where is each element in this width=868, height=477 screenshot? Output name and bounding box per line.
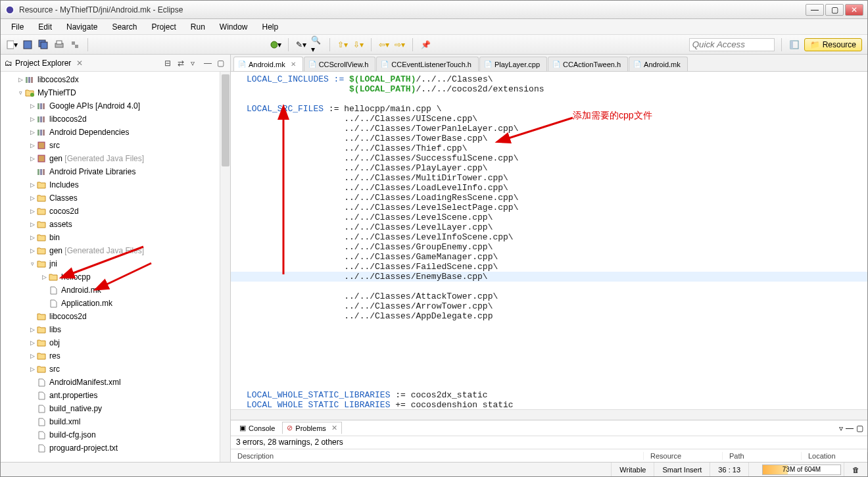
tree-row[interactable]: build.xml	[1, 415, 230, 428]
menu-edit[interactable]: Edit	[32, 20, 59, 34]
bottom-maximize-icon[interactable]: ▢	[856, 424, 863, 433]
expand-icon[interactable]: ▷	[40, 274, 48, 280]
expand-icon[interactable]: ▷	[28, 234, 36, 241]
bottom-view-menu-icon[interactable]: ▿	[839, 424, 843, 433]
editor-horizontal-scrollbar[interactable]	[231, 409, 867, 420]
expand-icon[interactable]: ▷	[28, 208, 36, 214]
resource-perspective-button[interactable]: 📁 Resource	[804, 38, 862, 51]
tree-row[interactable]: ▿jni	[1, 257, 230, 270]
tree-row[interactable]: ▷obj	[1, 336, 230, 349]
new-icon[interactable]: ▾	[6, 39, 18, 51]
editor-tab[interactable]: 📄PlayLayer.cpp	[479, 57, 547, 71]
menu-window[interactable]: Window	[213, 20, 254, 34]
perspective-icon[interactable]	[788, 39, 800, 51]
tree-row[interactable]: ▷bin	[1, 231, 230, 244]
debug-dropdown-icon[interactable]: ▾	[270, 39, 281, 51]
project-tree[interactable]: ▷libcocos2dx▿MyThiefTD▷Google APIs [Andr…	[1, 72, 230, 462]
back-icon[interactable]: ⇦▾	[378, 39, 390, 51]
tree-row[interactable]: build-cfg.json	[1, 428, 230, 441]
expand-icon[interactable]: ▷	[28, 116, 36, 122]
prev-annotation-icon[interactable]: ⇧▾	[337, 39, 349, 51]
tree-row[interactable]: ▷libcocos2dx	[1, 73, 230, 86]
tree-row[interactable]: proguard-project.txt	[1, 441, 230, 455]
expand-icon[interactable]: ▷	[28, 195, 36, 201]
quick-access-input[interactable]	[689, 38, 775, 51]
minimize-button[interactable]: —	[806, 4, 824, 16]
tree-row[interactable]: AndroidManifest.xml	[1, 376, 230, 389]
build-icon[interactable]	[69, 39, 81, 51]
tree-row[interactable]: ▷Android Dependencies	[1, 126, 230, 139]
tree-row[interactable]: ▷src	[1, 363, 230, 376]
menu-search[interactable]: Search	[105, 20, 143, 34]
tree-row[interactable]: ▷src	[1, 139, 230, 152]
expand-icon[interactable]: ▷	[16, 76, 24, 83]
tree-row[interactable]: Android.mk	[1, 284, 230, 297]
editor-tab[interactable]: 📄CCActionTween.h	[548, 57, 628, 71]
editor-tab[interactable]: 📄Android.mk✕	[233, 57, 303, 71]
col-location[interactable]: Location	[802, 452, 867, 460]
tree-row[interactable]: ▷res	[1, 349, 230, 363]
expand-icon[interactable]: ▷	[28, 326, 36, 333]
save-all-icon[interactable]	[37, 39, 49, 51]
link-editor-icon[interactable]: ⇄	[178, 59, 187, 68]
menu-run[interactable]: Run	[184, 20, 212, 34]
tab-close-icon[interactable]: ✕	[291, 61, 296, 68]
tree-row[interactable]: ▷Classes	[1, 191, 230, 205]
next-annotation-icon[interactable]: ⇩▾	[352, 39, 364, 51]
collapse-all-icon[interactable]: ⊟	[164, 59, 174, 68]
tree-row[interactable]: ▷libcocos2d	[1, 113, 230, 126]
wand-icon[interactable]: ✎▾	[295, 39, 307, 51]
code-editor[interactable]: LOCAL_C_INCLUDES := $(LOCAL_PATH)/../../…	[231, 72, 867, 409]
problems-tab-close-icon[interactable]: ✕	[331, 424, 337, 432]
editor-tab[interactable]: 📄Android.mk	[629, 57, 688, 71]
tree-row[interactable]: ▷libs	[1, 323, 230, 336]
search-icon[interactable]: 🔍▾	[311, 39, 323, 51]
tree-row[interactable]: ▷hellocpp	[1, 270, 230, 284]
expand-icon[interactable]: ▷	[28, 339, 36, 346]
memory-bar[interactable]: 73M of 604M	[762, 464, 841, 475]
expand-icon[interactable]: ▷	[28, 103, 36, 109]
expand-icon[interactable]: ▷	[28, 182, 36, 188]
save-icon[interactable]	[22, 39, 34, 51]
tree-row[interactable]: ▷gen [Generated Java Files]	[1, 152, 230, 165]
pin-icon[interactable]: 📌	[420, 39, 431, 51]
bottom-minimize-icon[interactable]: —	[846, 424, 854, 433]
close-button[interactable]: ✕	[845, 4, 863, 16]
tree-row[interactable]: ▷cocos2d	[1, 205, 230, 218]
tree-row[interactable]: libcocos2d	[1, 310, 230, 323]
view-menu-icon[interactable]: ▿	[191, 59, 200, 68]
tree-row[interactable]: Application.mk	[1, 297, 230, 310]
scrollbar-thumb[interactable]	[222, 74, 229, 166]
tree-row[interactable]: ▷Includes	[1, 178, 230, 191]
menu-project[interactable]: Project	[145, 20, 182, 34]
expand-icon[interactable]: ▷	[28, 353, 36, 359]
col-path[interactable]: Path	[723, 452, 802, 460]
tree-row[interactable]: ▷gen [Generated Java Files]	[1, 244, 230, 257]
print-icon[interactable]	[53, 39, 65, 51]
tree-row[interactable]: ▷assets	[1, 218, 230, 231]
minimize-view-icon[interactable]: —	[204, 59, 213, 68]
expand-icon[interactable]: ▷	[28, 155, 36, 162]
tree-scrollbar[interactable]	[220, 72, 230, 462]
editor-tab[interactable]: 📄CCEventListenerTouch.h	[376, 57, 479, 71]
tree-row[interactable]: build_native.py	[1, 402, 230, 415]
view-close-icon[interactable]: ✕	[76, 59, 83, 68]
expand-icon[interactable]: ▿	[16, 89, 24, 96]
tree-row[interactable]: ▷Google APIs [Android 4.0]	[1, 99, 230, 113]
expand-icon[interactable]: ▷	[28, 221, 36, 228]
tree-row[interactable]: ant.properties	[1, 389, 230, 402]
console-tab[interactable]: ▣ Console	[235, 422, 279, 434]
editor-tab[interactable]: 📄CCScrollView.h	[304, 57, 376, 71]
menu-file[interactable]: File	[5, 20, 30, 34]
expand-icon[interactable]: ▷	[28, 129, 36, 136]
forward-icon[interactable]: ⇨▾	[394, 39, 406, 51]
expand-icon[interactable]: ▿	[28, 261, 36, 267]
tree-row[interactable]: ▿MyThiefTD	[1, 86, 230, 99]
problems-tab[interactable]: ⊘ Problems ✕	[282, 422, 341, 434]
col-resource[interactable]: Resource	[644, 452, 723, 460]
menu-help[interactable]: Help	[256, 20, 285, 34]
expand-icon[interactable]: ▷	[28, 247, 36, 254]
expand-icon[interactable]: ▷	[28, 142, 36, 149]
expand-icon[interactable]: ▷	[28, 366, 36, 372]
menu-navigate[interactable]: Navigate	[60, 20, 104, 34]
